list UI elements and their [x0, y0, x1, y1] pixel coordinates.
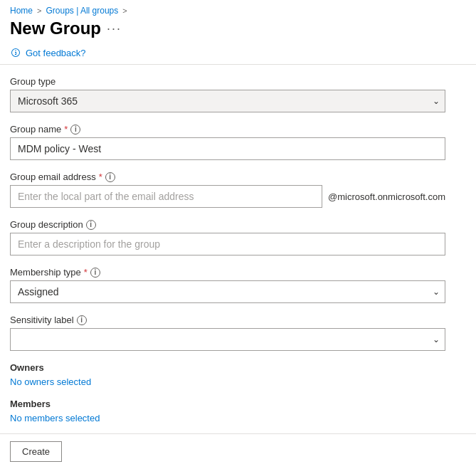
no-members-link[interactable]: No members selected: [10, 413, 100, 423]
more-options-icon[interactable]: ···: [107, 21, 122, 36]
breadcrumb-home[interactable]: Home: [10, 6, 33, 16]
members-label: Members: [10, 399, 445, 409]
group-name-label: Group name * i: [10, 124, 445, 135]
membership-type-select-wrapper: AssignedDynamic UserDynamic Device ⌄: [10, 280, 445, 303]
group-name-input[interactable]: [10, 137, 445, 160]
page-title: New Group: [10, 19, 101, 38]
group-type-field: Group type Microsoft 365SecurityMail-ena…: [10, 76, 445, 112]
group-description-label: Group description i: [10, 219, 445, 230]
group-type-select-wrapper: Microsoft 365SecurityMail-enabled Securi…: [10, 90, 445, 112]
email-domain: @microsoft.onmicrosoft.com: [328, 191, 445, 202]
group-email-field: Group email address * i @microsoft.onmic…: [10, 172, 445, 208]
membership-type-info-icon[interactable]: i: [90, 268, 100, 278]
form-content: Group type Microsoft 365SecurityMail-ena…: [0, 65, 455, 433]
email-row: @microsoft.onmicrosoft.com: [10, 185, 445, 208]
sensitivity-label-label: Sensitivity label i: [10, 315, 445, 325]
group-description-input[interactable]: [10, 233, 445, 255]
feedback-bar[interactable]: Got feedback?: [0, 44, 476, 64]
sensitivity-label-info-icon[interactable]: i: [77, 315, 87, 325]
breadcrumb: Home > Groups | All groups >: [0, 0, 476, 16]
breadcrumb-sep1: >: [37, 6, 41, 15]
group-type-select[interactable]: Microsoft 365SecurityMail-enabled Securi…: [10, 90, 445, 112]
sensitivity-label-select[interactable]: [10, 328, 445, 351]
no-owners-link[interactable]: No owners selected: [10, 376, 91, 387]
group-type-label: Group type: [10, 76, 445, 87]
feedback-icon: [10, 47, 21, 58]
sensitivity-label-field: Sensitivity label i ⌄: [10, 315, 445, 351]
owners-label: Owners: [10, 362, 445, 373]
group-email-label: Group email address * i: [10, 172, 445, 182]
group-email-info-icon[interactable]: i: [105, 172, 115, 182]
page-header: New Group ···: [0, 16, 476, 44]
membership-type-field: Membership type * i AssignedDynamic User…: [10, 267, 445, 303]
email-input-wrapper: [10, 185, 322, 208]
sensitivity-label-select-wrapper: ⌄: [10, 328, 445, 351]
group-name-required: *: [64, 124, 68, 135]
group-name-field: Group name * i: [10, 124, 445, 160]
page-wrapper: Home > Groups | All groups > New Group ·…: [0, 0, 476, 469]
membership-type-label: Membership type * i: [10, 267, 445, 278]
group-email-required: *: [99, 172, 102, 182]
group-description-info-icon[interactable]: i: [86, 220, 96, 230]
membership-type-select[interactable]: AssignedDynamic UserDynamic Device: [10, 280, 445, 303]
membership-type-required: *: [84, 267, 88, 278]
group-email-input[interactable]: [10, 185, 322, 208]
feedback-label[interactable]: Got feedback?: [26, 48, 86, 58]
group-description-field: Group description i: [10, 219, 445, 255]
main-scroll-area[interactable]: Group type Microsoft 365SecurityMail-ena…: [0, 65, 476, 433]
members-section: Members No members selected: [10, 399, 445, 423]
footer-bar: Create: [0, 433, 476, 469]
group-name-info-icon[interactable]: i: [70, 125, 80, 135]
owners-section: Owners No owners selected: [10, 362, 445, 387]
breadcrumb-groups[interactable]: Groups | All groups: [46, 6, 118, 16]
breadcrumb-sep2: >: [122, 6, 127, 15]
create-button[interactable]: Create: [10, 441, 62, 462]
